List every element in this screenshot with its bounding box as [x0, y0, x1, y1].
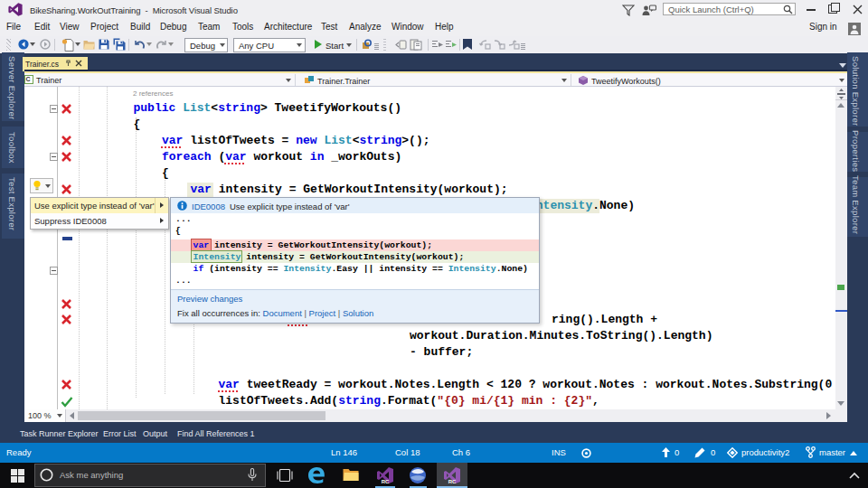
svg-text:RC: RC — [382, 479, 390, 484]
svg-text:RC: RC — [448, 479, 457, 484]
